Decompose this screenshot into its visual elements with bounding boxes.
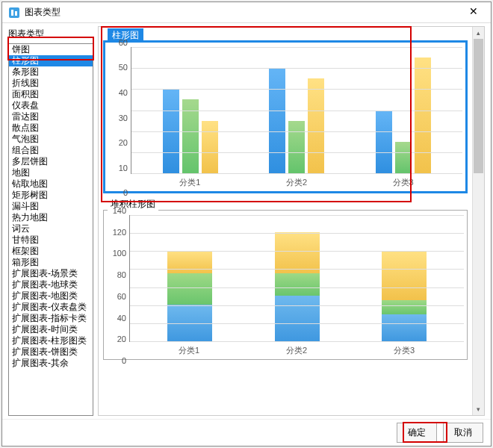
y-tick: 120 [113,228,126,237]
y-tick: 40 [119,88,128,97]
y-tick: 0 [122,356,126,365]
sidebar-item[interactable]: 扩展图表-指标卡类 [9,313,93,324]
sidebar-item[interactable]: 漏斗图 [9,201,93,212]
sidebar-item[interactable]: 地图 [9,167,93,178]
sidebar-item[interactable]: 条形图 [9,66,93,78]
sidebar-item[interactable]: 扩展图表-仪表盘类 [9,302,93,313]
sidebar-item[interactable]: 雷达图 [9,111,93,122]
y-tick: 20 [117,335,126,343]
sidebar-item[interactable]: 散点图 [9,122,93,134]
chart-type-list[interactable]: 饼图柱形图条形图折线图面积图仪表盘雷达图散点图气泡图组合图多层饼图地图钻取地图矩… [8,43,93,416]
scrollbar[interactable]: ▴ ▾ [472,27,484,415]
sidebar: 图表类型 饼图柱形图条形图折线图面积图仪表盘雷达图散点图气泡图组合图多层饼图地图… [8,26,93,416]
sidebar-item[interactable]: 气泡图 [9,134,93,145]
sidebar-item[interactable]: 扩展图表-地图类 [9,290,93,302]
svg-rect-1 [11,10,13,16]
sidebar-item[interactable]: 扩展图表-场景类 [9,268,93,279]
x-tick: 分类2 [244,177,350,188]
sidebar-item[interactable]: 组合图 [9,145,93,156]
y-tick: 140 [113,206,126,215]
sidebar-item[interactable]: 柱形图 [9,55,93,66]
sidebar-item[interactable]: 扩展图表-柱形图类 [9,335,93,346]
sidebar-item[interactable]: 多层饼图 [9,156,93,167]
x-tick: 分类1 [137,177,244,188]
dialog-content: 图表类型 饼图柱形图条形图折线图面积图仪表盘雷达图散点图气泡图组合图多层饼图地图… [2,23,491,419]
ok-button[interactable]: 确定 [397,423,437,443]
sidebar-item[interactable]: 矩形树图 [9,190,93,201]
preview-area: 柱形图0102030405060分类1分类2分类3堆积柱形图0204060801… [98,26,485,416]
sidebar-item[interactable]: 甘特图 [9,234,93,246]
close-icon[interactable]: ✕ [462,5,485,20]
titlebar: 图表类型 ✕ [2,2,491,23]
y-tick: 60 [119,38,128,47]
scroll-down-icon[interactable]: ▾ [473,403,484,415]
sidebar-item[interactable]: 饼图 [9,44,93,55]
y-tick: 10 [119,164,128,172]
dialog-footer: 确定 取消 [2,419,491,446]
y-tick: 20 [119,138,128,147]
sidebar-item[interactable]: 钻取地图 [9,178,93,190]
y-tick: 100 [113,249,126,258]
scroll-up-icon[interactable]: ▴ [473,27,484,39]
sidebar-item[interactable]: 扩展图表-地球类 [9,279,93,290]
y-tick: 0 [123,188,128,197]
scrollbar-thumb[interactable] [474,39,483,173]
y-tick: 50 [119,63,128,72]
sidebar-item[interactable]: 词云 [9,223,93,234]
app-icon [8,7,20,19]
sidebar-item[interactable]: 框架图 [9,246,93,257]
sidebar-item[interactable]: 热力地图 [9,212,93,223]
svg-rect-0 [9,7,19,18]
sidebar-item[interactable]: 箱形图 [9,257,93,268]
preview-scroll[interactable]: 柱形图0102030405060分类1分类2分类3堆积柱形图0204060801… [99,27,472,415]
sidebar-item[interactable]: 扩展图表-饼图类 [9,346,93,358]
sidebar-item[interactable]: 面积图 [9,89,93,100]
y-tick: 30 [119,113,128,122]
sidebar-item[interactable]: 折线图 [9,78,93,89]
x-tick: 分类1 [135,345,243,356]
sidebar-item[interactable]: 仪表盘 [9,100,93,111]
sidebar-item[interactable]: 扩展图表-时间类 [9,324,93,335]
dialog-title: 图表类型 [25,6,462,19]
sidebar-title: 图表类型 [8,26,93,43]
x-tick: 分类3 [350,345,458,356]
chart-preview[interactable]: 柱形图0102030405060分类1分类2分类3 [100,34,471,196]
y-tick: 60 [117,292,126,301]
chart-type-dialog: 图表类型 ✕ 图表类型 饼图柱形图条形图折线图面积图仪表盘雷达图散点图气泡图组合… [1,1,492,447]
x-tick: 分类2 [243,345,350,356]
y-tick: 80 [117,270,126,279]
x-tick: 分类3 [350,177,456,188]
y-tick: 40 [117,314,126,323]
sidebar-item[interactable]: 扩展图表-其余 [9,358,93,369]
cancel-button[interactable]: 取消 [443,423,483,443]
chart-preview[interactable]: 堆积柱形图020406080100120140分类1分类2分类3 [100,204,471,363]
svg-rect-2 [15,11,17,16]
